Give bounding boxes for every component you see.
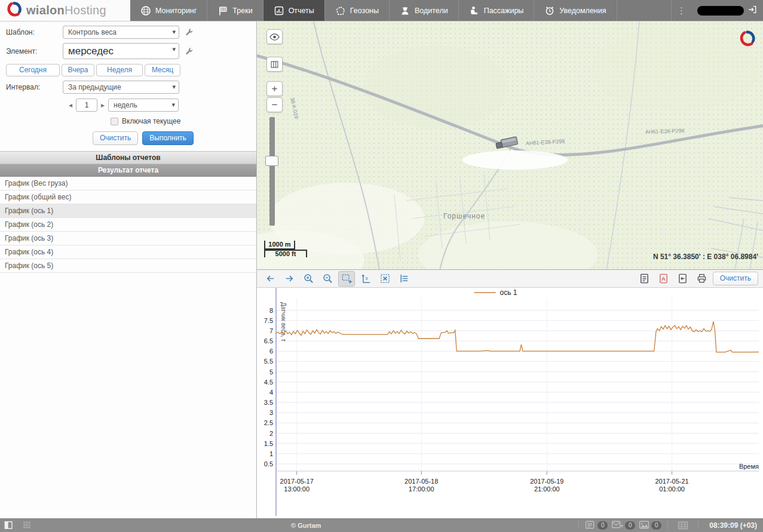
- result-item-axle5[interactable]: График (ось 5): [0, 259, 256, 273]
- map-visibility-eye-button[interactable]: [266, 29, 283, 44]
- nav-tab-monitoring[interactable]: Мониторинг: [130, 0, 207, 21]
- interval-decrement-icon[interactable]: ◂: [69, 101, 72, 109]
- map-layers-button[interactable]: [266, 57, 283, 72]
- svg-text:2017-05-19: 2017-05-19: [530, 478, 563, 485]
- clear-report-button[interactable]: Очистить: [93, 131, 138, 145]
- top-navigation: wialonHosting Мониторинг Треки Отчеты Ге…: [0, 0, 763, 21]
- include-current-checkbox[interactable]: [111, 118, 118, 125]
- reports-sidebar: Шаблон: Контроль веса▾ Элемент: мерседес…: [0, 21, 257, 518]
- apps-grid-icon[interactable]: [18, 521, 36, 530]
- svg-text:17:00:00: 17:00:00: [409, 485, 434, 493]
- svg-text:1: 1: [269, 450, 273, 457]
- nav-tab-label: Пассажиры: [484, 7, 524, 15]
- svg-text:5.5: 5.5: [264, 358, 273, 365]
- map-zoom-slider-handle[interactable]: [265, 156, 278, 166]
- print-icon[interactable]: [694, 271, 710, 287]
- nav-tab-label: Треки: [232, 7, 252, 15]
- execute-report-button[interactable]: Выполнить: [142, 131, 194, 145]
- result-item-axle1[interactable]: График (ось 1): [0, 204, 256, 218]
- svg-text:Датчик веса, т: Датчик веса, т: [280, 302, 287, 342]
- chart-forward-arrow-icon[interactable]: [281, 271, 298, 287]
- media-icon: [639, 521, 649, 530]
- media-counter[interactable]: 0: [639, 521, 661, 530]
- chart-zoom-in-icon[interactable]: [300, 271, 317, 287]
- notifications-clock-icon: [544, 5, 555, 16]
- chart-marquee-zoom-icon[interactable]: [338, 271, 355, 287]
- nav-tab-label: Уведомления: [559, 7, 606, 15]
- unit-select[interactable]: мерседес▾: [63, 43, 179, 59]
- svg-text:Время: Время: [739, 463, 759, 470]
- svg-text:8: 8: [269, 307, 273, 314]
- chevron-down-icon: ▾: [172, 28, 176, 36]
- template-select[interactable]: Контроль веса▾: [63, 26, 179, 39]
- range-yesterday-button[interactable]: Вчера: [62, 64, 94, 76]
- svg-text:0.5: 0.5: [264, 460, 273, 468]
- media-count-badge: 0: [651, 521, 661, 530]
- nav-tab-drivers[interactable]: Водители: [390, 0, 459, 21]
- result-item-axle3[interactable]: График (ось 3): [0, 232, 256, 245]
- svg-text:2017-05-17: 2017-05-17: [280, 478, 314, 485]
- interval-increment-icon[interactable]: ▸: [101, 101, 105, 109]
- chart-clear-button[interactable]: Очистить: [713, 272, 758, 285]
- map-view[interactable]: АН61-Е38-Р298 АН61-Е38-Р298 38-К-019 Гор…: [257, 21, 763, 270]
- nav-tab-passengers[interactable]: Пассажиры: [459, 0, 535, 21]
- unit-settings-wrench-icon[interactable]: [185, 47, 194, 56]
- svg-text:7: 7: [269, 327, 273, 334]
- monitoring-globe-icon: [140, 5, 151, 16]
- result-item-cargo-weight[interactable]: График (Вес груза): [0, 177, 256, 190]
- messages-counter[interactable]: 0: [611, 521, 635, 530]
- range-month-button[interactable]: Месяц: [145, 64, 180, 76]
- town-label: Горшечное: [443, 212, 485, 220]
- report-chart[interactable]: 2017-05-1713:00:002017-05-1817:00:002017…: [257, 288, 763, 516]
- range-week-button[interactable]: Неделя: [96, 64, 143, 76]
- map-zoom-slider[interactable]: [269, 117, 275, 226]
- svg-text:21:00:00: 21:00:00: [534, 485, 560, 493]
- logout-icon[interactable]: [747, 5, 757, 17]
- report-queue-counter[interactable]: 0: [585, 521, 608, 530]
- nav-tab-label: Мониторинг: [155, 7, 197, 15]
- chart-zoom-out-icon[interactable]: [319, 271, 336, 287]
- export-file-icon[interactable]: [675, 271, 691, 287]
- current-time: 08:39:09 (+03): [709, 521, 757, 530]
- report-queue-count-badge: 0: [597, 521, 608, 530]
- interval-count-input[interactable]: [76, 99, 97, 112]
- nav-tab-notifications[interactable]: Уведомления: [534, 0, 617, 21]
- wialon-app: wialonHosting Мониторинг Треки Отчеты Ге…: [0, 0, 763, 532]
- template-settings-wrench-icon[interactable]: [185, 28, 194, 36]
- nav-tab-geofences[interactable]: Геозоны: [325, 0, 390, 21]
- road-label: АН61-Е38-Р298: [526, 139, 565, 146]
- chart-area[interactable]: 2017-05-1713:00:002017-05-1817:00:002017…: [257, 288, 763, 518]
- map-zoom-in-button[interactable]: +: [266, 81, 283, 96]
- nav-tab-tracks[interactable]: Треки: [207, 0, 263, 21]
- toggle-sidebar-icon[interactable]: [0, 521, 18, 530]
- svg-text:A: A: [661, 275, 666, 282]
- chart-legend-toggle-icon[interactable]: [396, 271, 412, 287]
- export-pdf-icon[interactable]: A: [655, 271, 672, 287]
- scale-imperial: 5000 ft: [264, 250, 307, 257]
- interval-unit-select[interactable]: недель▾: [108, 99, 179, 112]
- result-item-axle4[interactable]: График (ось 4): [0, 245, 256, 259]
- report-result-section-header[interactable]: Результат отчета: [0, 164, 256, 177]
- report-table-icon[interactable]: [636, 271, 653, 287]
- range-today-button[interactable]: Сегодня: [6, 64, 60, 76]
- svg-text:2.5: 2.5: [264, 419, 273, 426]
- chart-reset-axis-icon[interactable]: x: [357, 271, 374, 287]
- wialon-logo[interactable]: wialonHosting: [0, 0, 130, 21]
- copyright-text: © Gurtam: [36, 522, 576, 529]
- chart-back-arrow-icon[interactable]: [262, 271, 278, 287]
- result-item-axle2[interactable]: График (ось 2): [0, 218, 256, 232]
- report-templates-section-header[interactable]: Шаблоны отчетов: [0, 151, 256, 164]
- truck-marker[interactable]: [495, 137, 518, 149]
- result-item-total-weight[interactable]: График (общий вес): [0, 190, 256, 204]
- chart-fit-view-icon[interactable]: [376, 271, 393, 287]
- interval-type-select[interactable]: За предыдущие▾: [63, 81, 179, 94]
- user-menu[interactable]: [691, 0, 763, 21]
- nav-tab-reports[interactable]: Отчеты: [263, 0, 325, 21]
- chart-toolbar: x A: [257, 270, 763, 288]
- nav-more-menu-icon[interactable]: ⋮: [671, 0, 691, 21]
- jobs-table-icon[interactable]: [674, 521, 692, 530]
- map-zoom-out-button[interactable]: −: [266, 97, 283, 112]
- svg-text:2017-05-21: 2017-05-21: [655, 478, 688, 485]
- svg-text:13:00:00: 13:00:00: [284, 485, 310, 493]
- map-scalebar: 1000 m 5000 ft: [264, 241, 307, 257]
